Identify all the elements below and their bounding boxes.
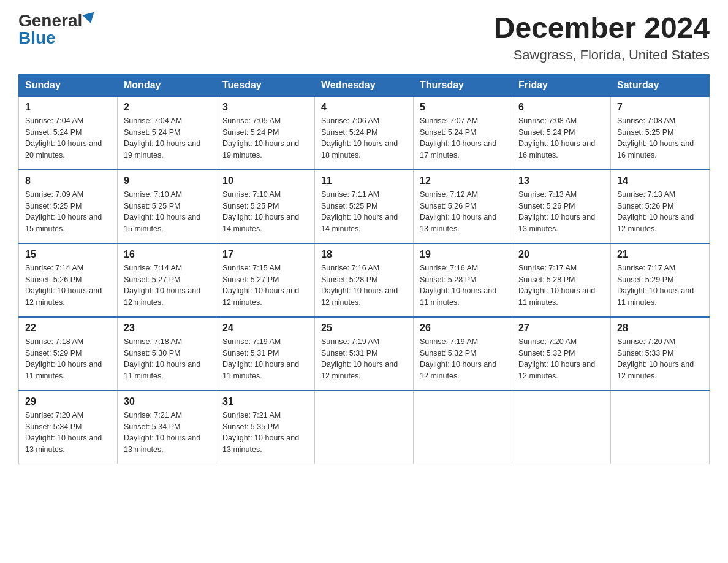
- day-info: Sunrise: 7:20 AMSunset: 5:32 PMDaylight:…: [518, 336, 604, 382]
- day-number: 29: [25, 396, 111, 407]
- day-info: Sunrise: 7:20 AMSunset: 5:34 PMDaylight:…: [25, 410, 111, 456]
- day-info: Sunrise: 7:12 AMSunset: 5:26 PMDaylight:…: [420, 189, 506, 235]
- day-number: 12: [420, 175, 506, 186]
- day-info: Sunrise: 7:13 AMSunset: 5:26 PMDaylight:…: [518, 189, 604, 235]
- day-info: Sunrise: 7:08 AMSunset: 5:24 PMDaylight:…: [518, 115, 604, 161]
- day-info: Sunrise: 7:14 AMSunset: 5:27 PMDaylight:…: [124, 262, 210, 308]
- day-number: 3: [222, 102, 308, 113]
- calendar-cell: 22Sunrise: 7:18 AMSunset: 5:29 PMDayligh…: [19, 317, 118, 391]
- calendar-header-row: SundayMondayTuesdayWednesdayThursdayFrid…: [19, 74, 710, 96]
- calendar-cell: 23Sunrise: 7:18 AMSunset: 5:30 PMDayligh…: [118, 317, 216, 391]
- day-info: Sunrise: 7:04 AMSunset: 5:24 PMDaylight:…: [124, 115, 210, 161]
- day-number: 1: [25, 102, 111, 113]
- calendar-cell: 15Sunrise: 7:14 AMSunset: 5:26 PMDayligh…: [19, 243, 118, 317]
- day-info: Sunrise: 7:19 AMSunset: 5:32 PMDaylight:…: [420, 336, 506, 382]
- day-info: Sunrise: 7:05 AMSunset: 5:24 PMDaylight:…: [222, 115, 308, 161]
- calendar-cell: 8Sunrise: 7:09 AMSunset: 5:25 PMDaylight…: [19, 170, 118, 243]
- calendar-cell: 31Sunrise: 7:21 AMSunset: 5:35 PMDayligh…: [216, 391, 315, 464]
- calendar-week-row: 29Sunrise: 7:20 AMSunset: 5:34 PMDayligh…: [19, 391, 710, 464]
- day-number: 26: [420, 323, 506, 334]
- day-info: Sunrise: 7:18 AMSunset: 5:30 PMDaylight:…: [124, 336, 210, 382]
- calendar-cell: [611, 391, 710, 464]
- day-info: Sunrise: 7:18 AMSunset: 5:29 PMDaylight:…: [25, 336, 111, 382]
- calendar-cell: 25Sunrise: 7:19 AMSunset: 5:31 PMDayligh…: [315, 317, 414, 391]
- calendar-cell: [512, 391, 611, 464]
- logo: General Blue: [18, 12, 96, 47]
- calendar-cell: 16Sunrise: 7:14 AMSunset: 5:27 PMDayligh…: [118, 243, 216, 317]
- day-info: Sunrise: 7:08 AMSunset: 5:25 PMDaylight:…: [617, 115, 703, 161]
- day-number: 14: [617, 175, 703, 186]
- calendar-cell: [315, 391, 414, 464]
- calendar-cell: 13Sunrise: 7:13 AMSunset: 5:26 PMDayligh…: [512, 170, 611, 243]
- calendar-cell: 10Sunrise: 7:10 AMSunset: 5:25 PMDayligh…: [216, 170, 315, 243]
- day-number: 25: [321, 323, 407, 334]
- calendar-cell: 30Sunrise: 7:21 AMSunset: 5:34 PMDayligh…: [118, 391, 216, 464]
- calendar-cell: 11Sunrise: 7:11 AMSunset: 5:25 PMDayligh…: [315, 170, 414, 243]
- calendar-cell: 29Sunrise: 7:20 AMSunset: 5:34 PMDayligh…: [19, 391, 118, 464]
- day-info: Sunrise: 7:21 AMSunset: 5:35 PMDaylight:…: [222, 410, 308, 456]
- day-info: Sunrise: 7:11 AMSunset: 5:25 PMDaylight:…: [321, 189, 407, 235]
- day-number: 2: [124, 102, 210, 113]
- calendar-cell: 26Sunrise: 7:19 AMSunset: 5:32 PMDayligh…: [414, 317, 512, 391]
- day-info: Sunrise: 7:17 AMSunset: 5:28 PMDaylight:…: [518, 262, 604, 308]
- header-sunday: Sunday: [19, 74, 118, 96]
- day-number: 10: [222, 175, 308, 186]
- day-info: Sunrise: 7:21 AMSunset: 5:34 PMDaylight:…: [124, 410, 210, 456]
- header-wednesday: Wednesday: [315, 74, 414, 96]
- month-title: December 2024: [494, 12, 710, 45]
- day-number: 11: [321, 175, 407, 186]
- calendar-cell: 18Sunrise: 7:16 AMSunset: 5:28 PMDayligh…: [315, 243, 414, 317]
- day-info: Sunrise: 7:04 AMSunset: 5:24 PMDaylight:…: [25, 115, 111, 161]
- day-number: 30: [124, 396, 210, 407]
- day-info: Sunrise: 7:20 AMSunset: 5:33 PMDaylight:…: [617, 336, 703, 382]
- day-number: 4: [321, 102, 407, 113]
- day-number: 27: [518, 323, 604, 334]
- day-info: Sunrise: 7:10 AMSunset: 5:25 PMDaylight:…: [222, 189, 308, 235]
- calendar-cell: 12Sunrise: 7:12 AMSunset: 5:26 PMDayligh…: [414, 170, 512, 243]
- calendar-cell: [414, 391, 512, 464]
- calendar-week-row: 22Sunrise: 7:18 AMSunset: 5:29 PMDayligh…: [19, 317, 710, 391]
- location-title: Sawgrass, Florida, United States: [494, 47, 710, 63]
- calendar-cell: 17Sunrise: 7:15 AMSunset: 5:27 PMDayligh…: [216, 243, 315, 317]
- logo-blue: Blue: [18, 29, 56, 47]
- day-number: 17: [222, 249, 308, 260]
- page-header: General Blue December 2024 Sawgrass, Flo…: [18, 12, 710, 63]
- calendar-cell: 20Sunrise: 7:17 AMSunset: 5:28 PMDayligh…: [512, 243, 611, 317]
- calendar-week-row: 15Sunrise: 7:14 AMSunset: 5:26 PMDayligh…: [19, 243, 710, 317]
- day-info: Sunrise: 7:10 AMSunset: 5:25 PMDaylight:…: [124, 189, 210, 235]
- day-number: 9: [124, 175, 210, 186]
- day-number: 23: [124, 323, 210, 334]
- day-number: 8: [25, 175, 111, 186]
- day-info: Sunrise: 7:19 AMSunset: 5:31 PMDaylight:…: [222, 336, 308, 382]
- day-number: 24: [222, 323, 308, 334]
- day-number: 19: [420, 249, 506, 260]
- day-number: 7: [617, 102, 703, 113]
- calendar-cell: 3Sunrise: 7:05 AMSunset: 5:24 PMDaylight…: [216, 96, 315, 170]
- calendar-cell: 28Sunrise: 7:20 AMSunset: 5:33 PMDayligh…: [611, 317, 710, 391]
- calendar-week-row: 1Sunrise: 7:04 AMSunset: 5:24 PMDaylight…: [19, 96, 710, 170]
- title-section: December 2024 Sawgrass, Florida, United …: [494, 12, 710, 63]
- day-number: 16: [124, 249, 210, 260]
- logo-general: General: [18, 12, 82, 29]
- day-number: 20: [518, 249, 604, 260]
- logo-triangle-icon: [83, 12, 97, 25]
- day-info: Sunrise: 7:16 AMSunset: 5:28 PMDaylight:…: [420, 262, 506, 308]
- header-tuesday: Tuesday: [216, 74, 315, 96]
- calendar-cell: 7Sunrise: 7:08 AMSunset: 5:25 PMDaylight…: [611, 96, 710, 170]
- day-info: Sunrise: 7:15 AMSunset: 5:27 PMDaylight:…: [222, 262, 308, 308]
- day-info: Sunrise: 7:13 AMSunset: 5:26 PMDaylight:…: [617, 189, 703, 235]
- day-number: 15: [25, 249, 111, 260]
- day-number: 5: [420, 102, 506, 113]
- calendar-week-row: 8Sunrise: 7:09 AMSunset: 5:25 PMDaylight…: [19, 170, 710, 243]
- header-thursday: Thursday: [414, 74, 512, 96]
- calendar-table: SundayMondayTuesdayWednesdayThursdayFrid…: [18, 74, 710, 465]
- day-info: Sunrise: 7:07 AMSunset: 5:24 PMDaylight:…: [420, 115, 506, 161]
- day-number: 28: [617, 323, 703, 334]
- day-info: Sunrise: 7:19 AMSunset: 5:31 PMDaylight:…: [321, 336, 407, 382]
- day-info: Sunrise: 7:14 AMSunset: 5:26 PMDaylight:…: [25, 262, 111, 308]
- calendar-cell: 2Sunrise: 7:04 AMSunset: 5:24 PMDaylight…: [118, 96, 216, 170]
- header-saturday: Saturday: [611, 74, 710, 96]
- day-info: Sunrise: 7:16 AMSunset: 5:28 PMDaylight:…: [321, 262, 407, 308]
- calendar-cell: 9Sunrise: 7:10 AMSunset: 5:25 PMDaylight…: [118, 170, 216, 243]
- calendar-cell: 24Sunrise: 7:19 AMSunset: 5:31 PMDayligh…: [216, 317, 315, 391]
